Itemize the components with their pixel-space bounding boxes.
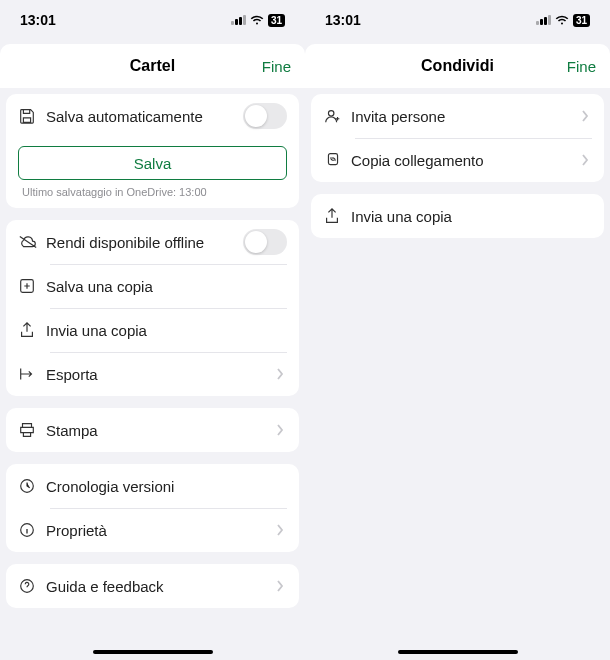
autosave-toggle[interactable] [243, 103, 287, 129]
file-actions-card: Rendi disponibile offline Salva una copi… [6, 220, 299, 396]
page-title: Cartel [130, 57, 175, 75]
print-icon [18, 421, 46, 439]
invite-people-icon [323, 107, 351, 125]
svg-rect-5 [328, 154, 337, 165]
offline-row[interactable]: Rendi disponibile offline [18, 220, 287, 264]
print-card: Stampa [6, 408, 299, 452]
help-row[interactable]: Guida e feedback [18, 564, 287, 608]
signal-icon [231, 15, 246, 25]
left-screen: 13:01 31 Cartel Fine Salva automaticamen… [0, 0, 305, 660]
history-label: Cronologia versioni [46, 478, 287, 495]
invite-row[interactable]: Invita persone [323, 94, 592, 138]
chevron-right-icon [273, 580, 287, 592]
help-icon [18, 577, 46, 595]
autosave-label: Salva automaticamente [46, 108, 243, 125]
send-copy-row[interactable]: Invia una copia [18, 308, 287, 352]
cloud-offline-icon [18, 234, 46, 250]
header: Cartel Fine [0, 44, 305, 88]
history-icon [18, 477, 46, 495]
offline-toggle[interactable] [243, 229, 287, 255]
copy-link-icon [323, 151, 351, 169]
send-copy-row[interactable]: Invia una copia [323, 194, 592, 238]
share-card: Invita persone Copia collegamento [311, 94, 604, 182]
info-card: Cronologia versioni Proprietà [6, 464, 299, 552]
send-card: Invia una copia [311, 194, 604, 238]
save-copy-icon [18, 277, 46, 295]
offline-label: Rendi disponibile offline [46, 234, 243, 251]
copy-link-label: Copia collegamento [351, 152, 578, 169]
print-row[interactable]: Stampa [18, 408, 287, 452]
invite-label: Invita persone [351, 108, 578, 125]
chevron-right-icon [273, 368, 287, 380]
send-copy-label: Invia una copia [351, 208, 592, 225]
wifi-icon [250, 15, 264, 25]
status-icons: 31 [231, 14, 285, 27]
page-title: Condividi [421, 57, 494, 75]
battery-icon: 31 [268, 14, 285, 27]
save-copy-row[interactable]: Salva una copia [18, 264, 287, 308]
properties-label: Proprietà [46, 522, 273, 539]
right-screen: 13:01 31 Condividi Fine Invita persone [305, 0, 610, 660]
send-copy-label: Invia una copia [46, 322, 287, 339]
content: Salva automaticamente Salva Ultimo salva… [0, 88, 305, 626]
chevron-right-icon [578, 110, 592, 122]
signal-icon [536, 15, 551, 25]
status-icons: 31 [536, 14, 590, 27]
copy-link-row[interactable]: Copia collegamento [323, 138, 592, 182]
statusbar: 13:01 31 [0, 0, 305, 40]
chevron-right-icon [273, 424, 287, 436]
svg-point-4 [328, 111, 333, 116]
share-icon [323, 207, 351, 225]
home-indicator[interactable] [398, 650, 518, 654]
status-time: 13:01 [325, 12, 361, 28]
statusbar: 13:01 31 [305, 0, 610, 40]
export-label: Esporta [46, 366, 273, 383]
info-icon [18, 521, 46, 539]
export-icon [18, 365, 46, 383]
wifi-icon [555, 15, 569, 25]
help-label: Guida e feedback [46, 578, 273, 595]
done-button[interactable]: Fine [567, 58, 596, 75]
properties-row[interactable]: Proprietà [18, 508, 287, 552]
done-button[interactable]: Fine [262, 58, 291, 75]
history-row[interactable]: Cronologia versioni [18, 464, 287, 508]
chevron-right-icon [273, 524, 287, 536]
export-row[interactable]: Esporta [18, 352, 287, 396]
autosave-icon [18, 107, 46, 125]
autosave-card: Salva automaticamente Salva Ultimo salva… [6, 94, 299, 208]
print-label: Stampa [46, 422, 273, 439]
chevron-right-icon [578, 154, 592, 166]
status-time: 13:01 [20, 12, 56, 28]
home-indicator[interactable] [93, 650, 213, 654]
last-save-label: Ultimo salvataggio in OneDrive: 13:00 [18, 186, 287, 208]
help-card: Guida e feedback [6, 564, 299, 608]
header: Condividi Fine [305, 44, 610, 88]
content: Invita persone Copia collegamento [305, 88, 610, 256]
autosave-row[interactable]: Salva automaticamente [18, 94, 287, 138]
save-copy-label: Salva una copia [46, 278, 287, 295]
save-button[interactable]: Salva [18, 146, 287, 180]
battery-icon: 31 [573, 14, 590, 27]
share-icon [18, 321, 46, 339]
